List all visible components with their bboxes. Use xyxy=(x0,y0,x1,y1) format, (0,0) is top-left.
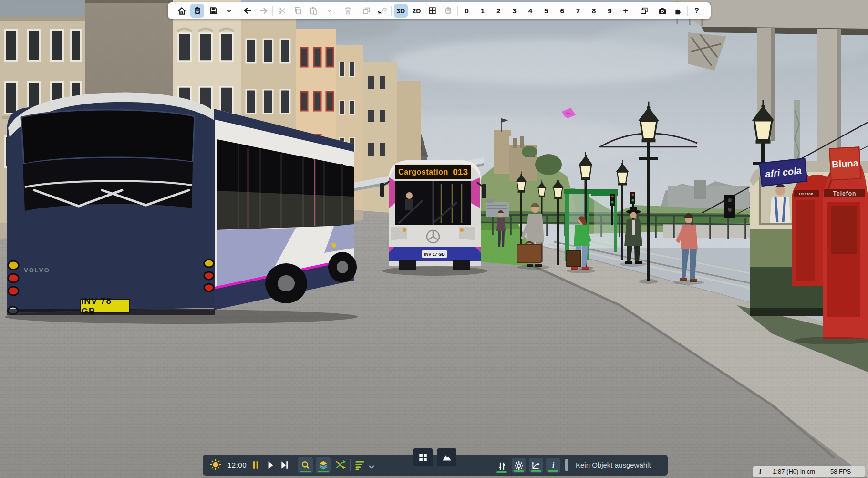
move-axis-button[interactable] xyxy=(529,458,543,473)
terrain-view-button[interactable] xyxy=(437,448,456,466)
active-underline xyxy=(318,471,329,472)
active-underline xyxy=(531,470,541,472)
separator xyxy=(272,6,273,16)
layer-button-4[interactable]: 4 xyxy=(523,4,537,18)
rear-bus-brand: VOLVO xyxy=(24,267,50,274)
shuffle-button[interactable] xyxy=(335,459,346,472)
separator xyxy=(357,6,357,16)
daylight-sun-icon[interactable] xyxy=(209,458,222,473)
layer-button-5[interactable]: 5 xyxy=(539,4,553,18)
pause-button[interactable] xyxy=(252,460,259,472)
paste-menu-chevron[interactable] xyxy=(322,4,336,18)
save-button[interactable] xyxy=(207,4,220,18)
rear-bus-license-plate: INV 78 GB xyxy=(80,299,130,313)
object-sliders-button[interactable] xyxy=(495,459,509,474)
layer-button-9[interactable]: 9 xyxy=(603,4,617,18)
duplicate-button[interactable] xyxy=(360,4,373,18)
plugins-button[interactable] xyxy=(672,4,685,18)
phone-box-sign-small: Telefon xyxy=(794,191,818,197)
viewport-3d[interactable] xyxy=(0,0,868,478)
active-underline xyxy=(496,471,507,473)
destination-sign: Cargostation 013 xyxy=(395,166,471,179)
layers-tool-button[interactable] xyxy=(316,457,331,473)
top-toolbar: 3D 2D 0 1 2 3 4 5 6 7 8 9 + ? xyxy=(168,2,711,19)
grid-view-button[interactable] xyxy=(413,448,433,466)
front-bus-license-plate: INV 17 GB xyxy=(422,250,447,258)
zoom-tool-button[interactable] xyxy=(298,457,313,473)
help-button[interactable]: ? xyxy=(690,4,704,18)
windows-layout-button[interactable] xyxy=(637,4,651,18)
layer-button-3[interactable]: 3 xyxy=(507,4,521,18)
separator xyxy=(238,6,238,16)
app-window: Cargostation 013 INV 17 GB INV 78 GB VOL… xyxy=(0,0,868,478)
object-info-button[interactable]: i xyxy=(546,458,560,473)
separator xyxy=(350,459,351,471)
tram-ad-africola: afri cola xyxy=(759,158,808,187)
layer-button-6[interactable]: 6 xyxy=(555,4,569,18)
save-menu-chevron[interactable] xyxy=(222,4,236,18)
redo-button[interactable] xyxy=(257,4,270,18)
separator xyxy=(653,6,653,16)
layer-button-0[interactable]: 0 xyxy=(460,4,474,18)
active-underline xyxy=(548,470,558,472)
undo-button[interactable] xyxy=(241,4,255,18)
selection-status: Kein Objekt ausgewählt xyxy=(576,461,651,469)
play-button[interactable] xyxy=(267,460,274,472)
active-underline xyxy=(514,470,524,472)
delete-button[interactable] xyxy=(341,4,355,18)
screenshot-button[interactable] xyxy=(656,4,670,18)
separator xyxy=(687,6,688,16)
paste-button[interactable] xyxy=(307,4,320,18)
layer-button-8[interactable]: 8 xyxy=(587,4,601,18)
separator xyxy=(339,6,339,16)
bottom-toolbar: 12:00 i Kein Obje xyxy=(203,455,668,476)
train-mode-button[interactable] xyxy=(190,4,204,18)
track-plan-button[interactable] xyxy=(442,4,455,18)
separator xyxy=(391,6,392,16)
phone-box-sign: Telefon xyxy=(824,190,865,197)
layer-button-7[interactable]: 7 xyxy=(571,4,585,18)
view-3d-button[interactable]: 3D xyxy=(394,4,408,18)
view-2d-button[interactable]: 2D xyxy=(410,4,424,18)
copy-button[interactable] xyxy=(291,4,305,18)
fps-counter: 58 FPS xyxy=(830,468,851,475)
track-style-chevron[interactable] xyxy=(369,463,374,471)
destination-text: Cargostation xyxy=(398,168,448,177)
separator xyxy=(457,6,458,16)
skip-button[interactable] xyxy=(280,460,289,472)
layer-button-2[interactable]: 2 xyxy=(492,4,506,18)
cut-button[interactable] xyxy=(275,4,289,18)
sim-time: 12:00 xyxy=(227,461,247,469)
status-bar: i 1:87 (H0) in cm 58 FPS xyxy=(753,466,865,477)
tram-ad-bluna: Bluna xyxy=(829,146,861,180)
info-icon: i xyxy=(759,468,761,476)
active-underline xyxy=(300,471,311,472)
add-layer-button[interactable]: + xyxy=(619,4,632,18)
separator xyxy=(635,6,635,16)
route-number: 013 xyxy=(453,167,468,177)
link-button[interactable] xyxy=(375,4,389,18)
layer-button-1[interactable]: 1 xyxy=(476,4,490,18)
settings-button[interactable] xyxy=(512,458,526,473)
scale-indicator: 1:87 (H0) in cm xyxy=(773,468,815,475)
track-style-button[interactable] xyxy=(354,460,366,472)
grid-window-button[interactable] xyxy=(425,4,439,18)
home-button[interactable] xyxy=(175,4,188,18)
mini-scrollbar[interactable] xyxy=(565,459,568,471)
